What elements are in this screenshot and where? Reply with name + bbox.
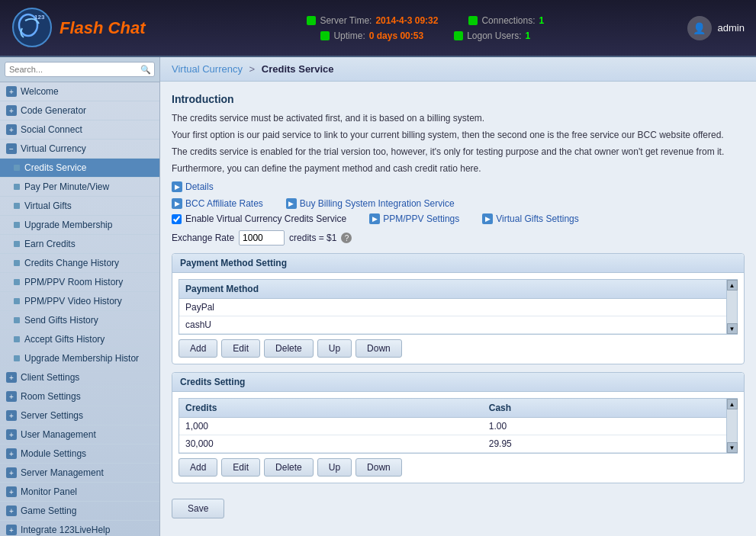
plus-icon: + [6, 105, 17, 116]
breadcrumb-parent[interactable]: Virtual Currency [172, 63, 243, 75]
help-icon[interactable]: ? [341, 233, 352, 243]
credits-up-button[interactable]: Up [317, 458, 352, 477]
sidebar-item-monitor-panel[interactable]: + Monitor Panel [0, 483, 159, 502]
sidebar-item-label: Upgrade Membership [24, 220, 112, 230]
logon-users-value: 1 [526, 30, 531, 41]
sidebar-item-label: Upgrade Membership Histor [24, 353, 139, 364]
payment-panel-header: Payment Method Setting [172, 254, 744, 273]
bcc-rates-link[interactable]: ▶ BCC Affiliate Rates [172, 198, 263, 209]
sidebar-item-label: Credits Service [24, 162, 86, 173]
buy-billing-icon: ▶ [286, 198, 297, 209]
sidebar-item-label: Server Settings [21, 410, 83, 421]
breadcrumb-separator: > [249, 63, 256, 75]
payment-up-button[interactable]: Up [317, 339, 352, 358]
sidebar-item-credits-change-history[interactable]: Credits Change History [0, 254, 159, 273]
bullet-icon [14, 355, 20, 361]
bullet-icon [14, 298, 20, 304]
sidebar: 🔍 + Welcome + Code Generator + Social Co… [0, 57, 160, 536]
save-button[interactable]: Save [172, 499, 224, 518]
exchange-rate-input[interactable] [239, 230, 285, 246]
payment-down-button[interactable]: Down [355, 339, 402, 358]
sidebar-item-client-settings[interactable]: + Client Settings [0, 368, 159, 387]
sidebar-item-server-settings[interactable]: + Server Settings [0, 406, 159, 425]
sidebar-item-upgrade-membership-history[interactable]: Upgrade Membership Histor [0, 349, 159, 368]
sidebar-item-virtual-gifts[interactable]: Virtual Gifts [0, 197, 159, 216]
credits-setting-panel: Credits Setting Credits Cash [172, 372, 745, 483]
sidebar-item-game-setting[interactable]: + Game Setting [0, 502, 159, 521]
virtual-gifts-settings-link[interactable]: ▶ Virtual Gifts Settings [482, 213, 579, 224]
server-time-dot [307, 16, 316, 25]
details-button[interactable]: ▶ Details [172, 181, 214, 192]
admin-label: admin [718, 22, 745, 34]
sidebar-item-label: Virtual Currency [21, 143, 86, 154]
payment-edit-button[interactable]: Edit [221, 339, 260, 358]
credits-edit-button[interactable]: Edit [221, 458, 260, 477]
sidebar-item-code-generator[interactable]: + Code Generator [0, 101, 159, 120]
top-bar-center: Server Time: 2014-4-3 09:32 Connections:… [164, 15, 687, 41]
bcc-rates-label: BCC Affiliate Rates [185, 198, 263, 209]
payment-delete-button[interactable]: Delete [264, 339, 314, 358]
server-time-item: Server Time: 2014-4-3 09:32 [307, 15, 438, 26]
sidebar-item-label: Send Gifts History [24, 315, 98, 326]
sidebar-item-upgrade-membership[interactable]: Upgrade Membership [0, 216, 159, 235]
sidebar-item-accept-gifts-history[interactable]: Accept Gifts History [0, 330, 159, 349]
enable-credits-label: Enable Virtual Currency Credits Service [185, 213, 346, 224]
exchange-rate-row: Exchange Rate credits = $1 ? [172, 230, 745, 246]
plus-icon: + [6, 467, 17, 478]
enable-credits-checkbox[interactable] [172, 214, 182, 224]
intro-line-3: The credits service is enabled for the t… [172, 145, 745, 159]
search-icon: 🔍 [140, 65, 151, 75]
search-input[interactable] [5, 62, 155, 77]
sidebar-item-label: Server Management [21, 467, 104, 478]
sidebar-item-room-settings[interactable]: + Room Settings [0, 387, 159, 406]
server-info-row: Server Time: 2014-4-3 09:32 Connections:… [307, 15, 544, 26]
table-row: PayPal [179, 299, 726, 316]
sidebar-item-label: Code Generator [21, 105, 86, 116]
sidebar-item-ppm-room-history[interactable]: PPM/PPV Room History [0, 273, 159, 292]
sidebar-item-virtual-currency[interactable]: − Virtual Currency [0, 140, 159, 159]
sidebar-item-credits-service[interactable]: Credits Service [0, 159, 159, 178]
payment-add-button[interactable]: Add [179, 339, 217, 358]
details-label: Details [185, 181, 214, 192]
sidebar-item-earn-credits[interactable]: Earn Credits [0, 235, 159, 254]
sidebar-item-label: Virtual Gifts [24, 201, 72, 211]
sidebar-item-welcome[interactable]: + Welcome [0, 82, 159, 101]
cash-col-header: Cash [483, 399, 726, 418]
credits-table-wrap: Credits Cash 1,000 1.00 30,000 [179, 398, 738, 454]
credits-row-1-credits: 1,000 [179, 418, 483, 435]
sidebar-item-ppm-video-history[interactable]: PPM/PPV Video History [0, 292, 159, 311]
buy-billing-label: Buy Billing System Integration Service [300, 198, 455, 209]
credits-scroll-down-button[interactable]: ▼ [727, 442, 738, 453]
sidebar-item-integrate-123live[interactable]: + Integrate 123LiveHelp [0, 521, 159, 536]
bullet-icon [14, 317, 20, 323]
ppm-settings-link[interactable]: ▶ PPM/PPV Settings [369, 213, 459, 224]
credits-down-button[interactable]: Down [355, 458, 402, 477]
scroll-down-button[interactable]: ▼ [727, 323, 738, 334]
details-icon: ▶ [172, 181, 182, 192]
plus-icon: + [6, 429, 17, 440]
sidebar-item-social-connect[interactable]: + Social Connect [0, 120, 159, 140]
payment-table: Payment Method PayPal cashU [179, 280, 726, 334]
sidebar-item-server-management[interactable]: + Server Management [0, 464, 159, 483]
sidebar-item-user-management[interactable]: + User Management [0, 425, 159, 445]
intro-title: Introduction [172, 93, 745, 105]
minus-icon: − [6, 143, 17, 154]
plus-icon: + [6, 448, 17, 459]
sidebar-search-area: 🔍 [0, 57, 159, 82]
bullet-icon [14, 279, 20, 285]
buy-billing-link[interactable]: ▶ Buy Billing System Integration Service [286, 198, 455, 209]
payment-btn-row: Add Edit Delete Up Down [179, 339, 738, 358]
plus-icon: + [6, 391, 17, 402]
sidebar-item-pay-per-minute[interactable]: Pay Per Minute/View [0, 178, 159, 197]
logon-users-dot [454, 31, 463, 40]
payment-method-header: Payment Method [179, 280, 726, 299]
bullet-icon [14, 222, 20, 228]
top-bar: 123 Flash Chat Server Time: 2014-4-3 09:… [0, 0, 756, 57]
scroll-up-button[interactable]: ▲ [727, 280, 738, 290]
credits-delete-button[interactable]: Delete [264, 458, 314, 477]
payment-method-panel: Payment Method Setting Payment Method [172, 253, 745, 364]
credits-add-button[interactable]: Add [179, 458, 217, 477]
credits-scroll-up-button[interactable]: ▲ [727, 399, 738, 409]
sidebar-item-module-settings[interactable]: + Module Settings [0, 445, 159, 464]
sidebar-item-send-gifts-history[interactable]: Send Gifts History [0, 311, 159, 330]
